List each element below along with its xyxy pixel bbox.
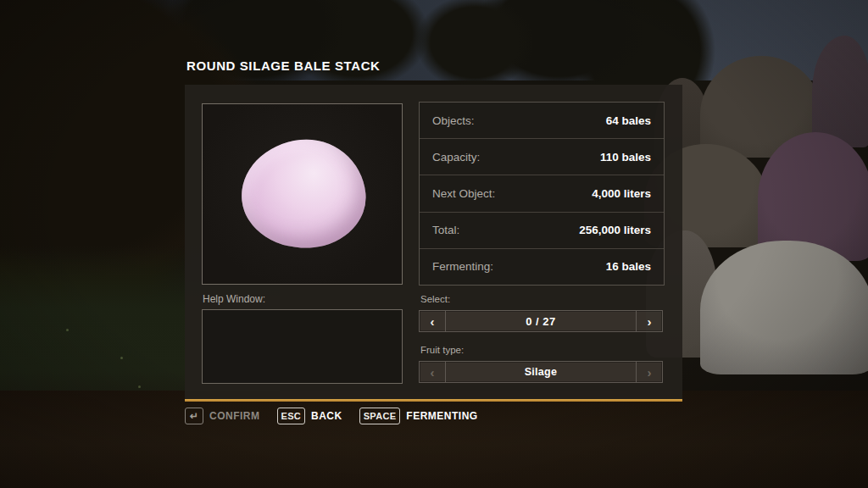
help-window-label: Help Window: — [203, 293, 265, 305]
chevron-right-icon: › — [648, 314, 652, 329]
return-key-icon: ↵ — [185, 408, 203, 424]
silage-bale-image — [236, 134, 371, 255]
select-stepper: ‹ 0 / 27 › — [419, 310, 663, 332]
fruit-type-next-button[interactable]: › — [636, 362, 662, 382]
hint-fermenting: SPACE FERMENTING — [359, 408, 478, 424]
fruit-type-value: Silage — [446, 362, 636, 382]
hint-back: ESC BACK — [277, 408, 342, 424]
fruit-type-label: Fruit type: — [420, 345, 464, 355]
stat-value: 64 bales — [606, 114, 651, 127]
bale-stack-dialog: Help Window: Objects: 64 bales Capacity:… — [185, 85, 682, 399]
stat-label: Objects: — [432, 114, 475, 127]
stat-label: Total: — [432, 224, 459, 236]
stats-row-next-object: Next Object: 4,000 liters — [420, 175, 664, 211]
chevron-right-icon: › — [648, 365, 652, 380]
bale-preview-box — [202, 103, 403, 285]
select-prev-button[interactable]: ‹ — [420, 311, 446, 331]
game-screen: ROUND SILAGE BALE STACK Help Window: Obj… — [0, 0, 868, 488]
chevron-left-icon: ‹ — [431, 314, 435, 329]
select-next-button[interactable]: › — [636, 311, 662, 331]
stat-label: Next Object: — [432, 187, 495, 200]
stat-value: 4,000 liters — [592, 187, 651, 200]
hint-fermenting-label: FERMENTING — [406, 410, 477, 422]
stat-value: 256,000 liters — [579, 224, 651, 236]
page-title: ROUND SILAGE BALE STACK — [186, 58, 381, 73]
hint-confirm: ↵ CONFIRM — [185, 408, 260, 424]
stats-row-capacity: Capacity: 110 bales — [420, 138, 664, 175]
select-value: 0 / 27 — [446, 311, 636, 331]
dialog-accent-line — [185, 399, 682, 402]
stat-label: Fermenting: — [432, 260, 493, 273]
fruit-type-stepper: ‹ Silage › — [419, 361, 663, 383]
select-label: Select: — [420, 294, 450, 304]
keyboard-hints-bar: ↵ CONFIRM ESC BACK SPACE FERMENTING — [185, 407, 478, 425]
esc-keycap: ESC — [277, 408, 306, 424]
stat-value: 110 bales — [600, 151, 651, 164]
stats-panel: Objects: 64 bales Capacity: 110 bales Ne… — [419, 102, 665, 286]
stats-row-fermenting: Fermenting: 16 bales — [420, 248, 664, 285]
stat-label: Capacity: — [432, 151, 480, 164]
hint-back-label: BACK — [311, 410, 342, 422]
chevron-left-icon: ‹ — [431, 365, 435, 380]
hint-confirm-label: CONFIRM — [209, 410, 260, 422]
stats-row-total: Total: 256,000 liters — [420, 212, 664, 248]
stat-value: 16 bales — [606, 260, 651, 273]
fruit-type-prev-button[interactable]: ‹ — [420, 362, 446, 382]
stats-row-objects: Objects: 64 bales — [420, 103, 664, 138]
space-keycap: SPACE — [359, 408, 401, 424]
help-window-box — [202, 309, 403, 384]
